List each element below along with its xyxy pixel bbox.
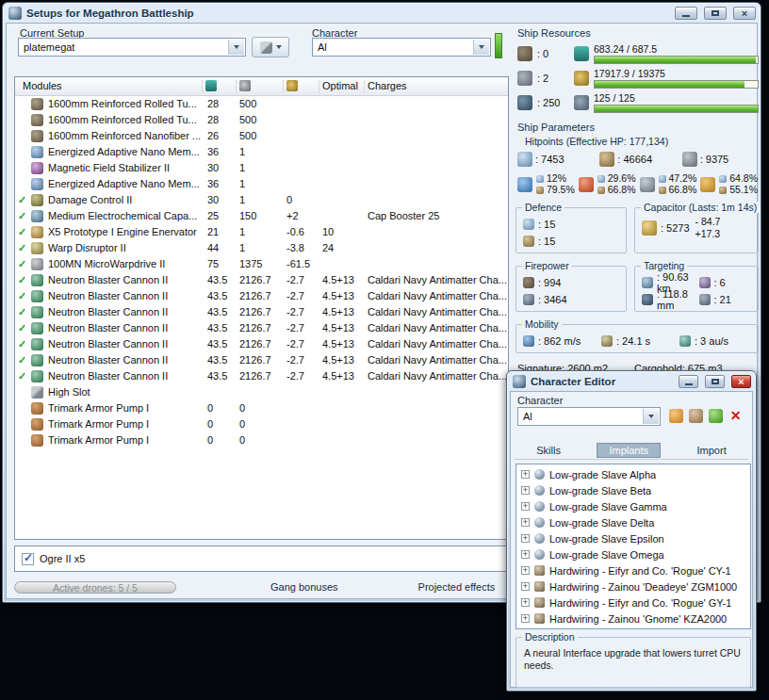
tab-skills[interactable]: Skills <box>529 443 568 458</box>
chevron-down-icon[interactable] <box>643 409 659 424</box>
powergrid-column-icon[interactable] <box>239 80 251 91</box>
module-row[interactable]: High Slot <box>15 384 508 400</box>
thermal-damage-icon <box>579 177 594 192</box>
tab-implants[interactable]: Implants <box>597 443 661 458</box>
implant-list-item[interactable]: Low-grade Slave Omega <box>516 546 750 562</box>
expand-icon[interactable] <box>521 534 530 543</box>
firepower-title: Firepower <box>522 260 572 271</box>
module-icon <box>31 162 43 174</box>
cpu-column-icon[interactable] <box>205 80 217 91</box>
optimal-column-header[interactable]: Optimal <box>322 80 358 91</box>
minimize-button[interactable] <box>679 375 698 388</box>
character-dropdown[interactable]: Al <box>312 38 491 57</box>
module-row[interactable]: ✓ Warp Disruptor II 44 1 -3.8 24 <box>15 240 508 256</box>
implant-list-item[interactable]: Low-grade Slave Alpha <box>516 466 750 482</box>
module-row[interactable]: ✓ Neutron Blaster Cannon II 43.5 2126.7 … <box>15 352 508 368</box>
implant-list-item[interactable]: Hardwiring - Eifyr and Co. 'Rogue' GY-1 <box>516 594 750 610</box>
explosive-damage-icon <box>700 177 715 192</box>
chevron-down-icon[interactable] <box>473 40 489 55</box>
module-row[interactable]: Energized Adaptive Nano Mem... 36 1 <box>15 144 508 160</box>
drones-box: Ogre II x5 <box>14 545 509 572</box>
expand-icon[interactable] <box>521 566 530 575</box>
implant-list-item[interactable]: Low-grade Slave Delta <box>516 514 750 530</box>
import-character-button[interactable] <box>709 409 723 423</box>
module-row[interactable]: ✓ X5 Prototype I Engine Enervator 21 1 -… <box>15 224 508 240</box>
maximize-button[interactable] <box>705 375 725 388</box>
implant-list-item[interactable]: Hardwiring - Eifyr and Co. 'Rogue' CY-1 <box>516 562 750 578</box>
module-row[interactable]: ✓ 100MN MicroWarpdrive II 75 1375 -61.5 <box>15 256 508 272</box>
current-setup-dropdown[interactable]: platemegat <box>18 38 246 57</box>
implants-list: Low-grade Slave Alpha Low-grade Slave Be… <box>515 464 751 629</box>
expand-icon[interactable] <box>521 518 530 527</box>
module-row[interactable]: ✓ Neutron Blaster Cannon II 43.5 2126.7 … <box>15 320 508 336</box>
implant-list-item[interactable]: Hardwiring - Zainou 'Gnome' KZA2000 <box>516 610 750 627</box>
implant-list-item[interactable]: Low-grade Slave Gamma <box>516 498 750 514</box>
add-character-button[interactable] <box>669 409 683 423</box>
module-row[interactable]: 1600mm Reinforced Rolled Tu... 28 500 <box>15 112 508 128</box>
charges-column-header[interactable]: Charges <box>368 80 407 91</box>
active-drones-indicator[interactable]: Active drones: 5 / 5 <box>14 581 176 594</box>
implant-icon <box>534 517 545 528</box>
targeting-groupbox: Targeting : 90.63 km : 6 : 118.8 mm : 21 <box>634 266 759 312</box>
expand-icon[interactable] <box>521 502 530 511</box>
implant-list-item[interactable]: Low-grade Slave Epsilon <box>516 530 750 546</box>
implant-list-item[interactable]: Low-grade Slave Beta <box>516 482 750 498</box>
character-dropdown[interactable]: Al <box>517 407 661 426</box>
module-icon <box>31 210 43 222</box>
edit-character-button[interactable] <box>689 409 703 423</box>
expand-icon[interactable] <box>521 550 530 559</box>
module-row[interactable]: Magnetic Field Stabilizer II 30 1 <box>15 160 508 176</box>
delete-character-button[interactable] <box>728 409 743 423</box>
module-capacitor-value: -0.6 <box>286 224 320 240</box>
ship-resources-title: Ship Resources <box>517 27 759 39</box>
module-capacitor-value: -2.7 <box>286 304 320 320</box>
module-row[interactable]: Energized Adaptive Nano Mem... 36 1 <box>15 176 508 192</box>
implant-list-item[interactable]: Hardwiring - Zainou 'Deadeye' ZGM1000 <box>516 578 750 594</box>
chevron-down-icon[interactable] <box>228 40 244 55</box>
expand-icon[interactable] <box>521 470 530 479</box>
module-name: Magnetic Field Stabilizer II <box>48 160 205 176</box>
minimize-button[interactable] <box>675 7 697 20</box>
module-icon <box>31 146 43 158</box>
explosive-shield-resist: 64.8% <box>729 173 758 184</box>
close-button[interactable]: × <box>733 7 756 20</box>
projected-effects-tab[interactable]: Projected effects <box>418 581 496 593</box>
module-row[interactable]: ✓ Neutron Blaster Cannon II 43.5 2126.7 … <box>15 336 508 352</box>
close-button[interactable]: × <box>731 375 751 388</box>
module-row[interactable]: ✓ Neutron Blaster Cannon II 43.5 2126.7 … <box>15 288 508 304</box>
module-row[interactable]: ✓ Medium Electrochemical Capa... 25 150 … <box>15 208 508 224</box>
armor-icon <box>659 187 666 194</box>
expand-icon[interactable] <box>521 598 530 607</box>
module-row[interactable]: ✓ Neutron Blaster Cannon II 43.5 2126.7 … <box>15 304 508 320</box>
description-groupbox: Description A neural Interface upgrade t… <box>515 637 751 688</box>
module-row[interactable]: Trimark Armor Pump I 0 0 <box>15 416 508 432</box>
module-row[interactable]: 1600mm Reinforced Rolled Tu... 28 500 <box>15 96 508 112</box>
expand-icon[interactable] <box>521 486 530 495</box>
implant-name: Low-grade Slave Epsilon <box>549 533 664 545</box>
module-powergrid-value: 1 <box>239 192 283 208</box>
module-row[interactable]: Trimark Armor Pump I 0 0 <box>15 400 508 416</box>
module-cpu-value: 26 <box>207 128 237 144</box>
character-editor-window: Character Editor × Character Al Skills I… <box>506 370 757 692</box>
cpu-usage-text: 683.24 / 687.5 <box>594 44 759 55</box>
drone-checkbox[interactable] <box>22 553 34 565</box>
modules-column-header[interactable]: Modules <box>23 80 62 91</box>
module-row[interactable]: 1600mm Reinforced Nanofiber ... 26 500 <box>15 128 508 144</box>
capacitor-column-icon[interactable] <box>286 80 298 91</box>
module-row[interactable]: ✓ Neutron Blaster Cannon II 43.5 2126.7 … <box>15 272 508 288</box>
maximize-button[interactable] <box>704 7 727 20</box>
module-powergrid-value: 2126.7 <box>239 304 283 320</box>
module-cpu-value: 28 <box>207 112 237 128</box>
expand-icon[interactable] <box>521 582 530 591</box>
module-cpu-value: 36 <box>207 176 237 192</box>
module-row[interactable]: ✓ Damage Control II 30 1 0 <box>15 192 508 208</box>
tab-import[interactable]: Import <box>690 443 734 458</box>
module-row[interactable]: Trimark Armor Pump I 0 0 <box>15 432 508 448</box>
capacitor-groupbox: Capacitor (Lasts: 1m 14s) : 5273 - 84.7 … <box>634 207 759 253</box>
setup-tools-button[interactable] <box>252 37 289 57</box>
module-row[interactable]: ✓ Neutron Blaster Cannon II 43.5 2126.7 … <box>15 368 508 384</box>
max-targets-icon <box>699 277 711 288</box>
expand-icon[interactable] <box>521 614 530 623</box>
gang-bonuses-tab[interactable]: Gang bonuses <box>270 581 338 593</box>
implant-name: Hardwiring - Zainou 'Gnome' KZA2000 <box>549 613 727 625</box>
